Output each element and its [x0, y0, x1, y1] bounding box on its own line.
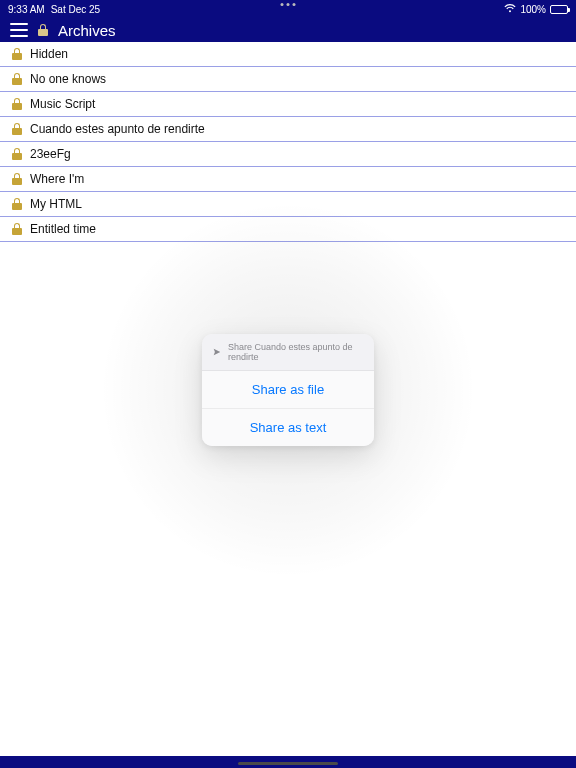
- status-bar: 9:33 AM Sat Dec 25 100%: [0, 0, 576, 18]
- archive-list: Hidden No one knows Music Script Cuando …: [0, 42, 576, 242]
- lock-icon: [12, 198, 22, 210]
- wifi-icon: [504, 4, 516, 15]
- share-as-file-button[interactable]: Share as file: [202, 371, 374, 408]
- lock-icon: [12, 98, 22, 110]
- lock-icon: [38, 24, 48, 36]
- status-right: 100%: [504, 4, 568, 15]
- sheet-header: Share Cuando estes apunto de rendirte: [202, 334, 374, 371]
- list-item-label: Hidden: [30, 47, 68, 61]
- list-item-label: Music Script: [30, 97, 95, 111]
- lock-icon: [12, 123, 22, 135]
- list-item[interactable]: Cuando estes apunto de rendirte: [0, 117, 576, 142]
- battery-percent: 100%: [520, 4, 546, 15]
- lock-icon: [12, 148, 22, 160]
- list-item[interactable]: 23eeFg: [0, 142, 576, 167]
- list-item[interactable]: Music Script: [0, 92, 576, 117]
- list-item[interactable]: Where I'm: [0, 167, 576, 192]
- page-title: Archives: [58, 22, 116, 39]
- lock-icon: [12, 73, 22, 85]
- list-item-label: 23eeFg: [30, 147, 71, 161]
- menu-icon[interactable]: [10, 23, 28, 37]
- battery-icon: [550, 5, 568, 14]
- status-time: 9:33 AM: [8, 4, 45, 15]
- list-item-label: Cuando estes apunto de rendirte: [30, 122, 205, 136]
- sheet-title: Share Cuando estes apunto de rendirte: [228, 342, 364, 362]
- list-item[interactable]: Hidden: [0, 42, 576, 67]
- status-left: 9:33 AM Sat Dec 25: [8, 4, 100, 15]
- share-icon: [212, 347, 222, 357]
- action-sheet: Share Cuando estes apunto de rendirte Sh…: [202, 334, 374, 446]
- list-item[interactable]: No one knows: [0, 67, 576, 92]
- status-date: Sat Dec 25: [51, 4, 100, 15]
- nav-bar: Archives: [0, 18, 576, 42]
- list-item-label: Entitled time: [30, 222, 96, 236]
- lock-icon: [12, 48, 22, 60]
- multitask-dots[interactable]: [281, 3, 296, 6]
- lock-icon: [12, 223, 22, 235]
- list-item[interactable]: My HTML: [0, 192, 576, 217]
- list-item-label: No one knows: [30, 72, 106, 86]
- list-item-label: Where I'm: [30, 172, 84, 186]
- list-item[interactable]: Entitled time: [0, 217, 576, 242]
- share-as-text-button[interactable]: Share as text: [202, 408, 374, 446]
- home-indicator[interactable]: [238, 762, 338, 765]
- lock-icon: [12, 173, 22, 185]
- list-item-label: My HTML: [30, 197, 82, 211]
